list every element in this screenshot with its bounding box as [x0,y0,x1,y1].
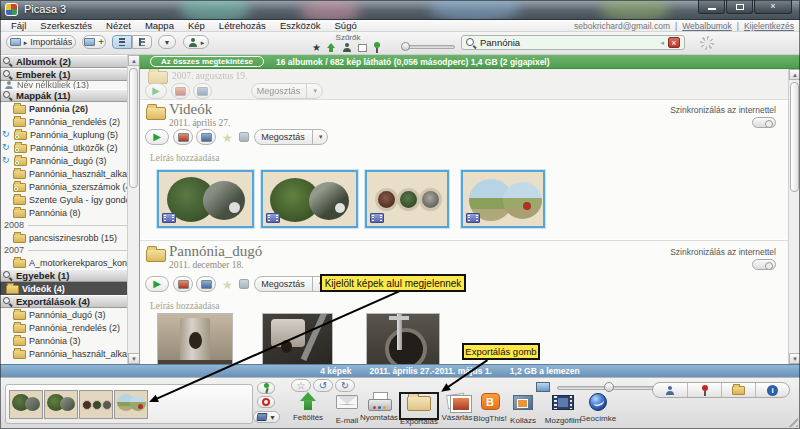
menu-file[interactable]: Fájl [4,20,33,31]
rotate-right-button[interactable]: ↻ [335,379,355,392]
sidebar-item-folder[interactable]: Pannónia_rendelés (2) [0,115,139,128]
filter-photos-icon[interactable] [358,44,367,52]
tags-panel-button[interactable] [721,383,755,397]
sidebar-scrollbar[interactable]: ▲ ▼ [127,55,139,364]
menu-tools[interactable]: Eszközök [273,20,328,31]
tag-button[interactable]: ▼ [253,411,280,423]
clear-search-button[interactable]: × [668,37,680,48]
video-thumbnail[interactable] [261,170,358,228]
video-thumbnail[interactable] [157,170,254,228]
photo-thumbnail[interactable] [262,313,333,364]
sidebar-item-folder[interactable]: Pannónia_rendelés (2) [0,321,139,334]
album-tool-button[interactable] [193,83,212,99]
sidebar-item-folder[interactable]: Pannónia_használt_alkatrésze... [0,167,139,180]
sidebar-item-folder[interactable]: Pannónia (8) [0,206,139,219]
share-button[interactable]: Megosztás▼ [254,129,328,145]
play-album-button[interactable]: ▶ [145,83,167,99]
geotag-button[interactable]: Geocímke [576,392,620,423]
sidebar-item-folder[interactable]: ↻Pannónia_dugó (3) [0,154,139,167]
properties-panel-button[interactable]: i [755,383,789,397]
tree-view-button[interactable] [132,35,152,49]
date-filter-slider[interactable] [403,45,455,49]
scroll-down-button[interactable]: ▼ [128,353,140,364]
places-panel-button[interactable] [687,383,721,397]
scroll-up-button[interactable]: ▲ [789,69,800,80]
zoom-slider-knob[interactable] [604,382,614,392]
share-button[interactable]: Megosztás▼ [254,276,328,292]
photo-tray[interactable] [5,384,253,424]
scrollbar-thumb[interactable] [790,82,799,192]
sidebar-header-exports[interactable]: Exportálások (4) [0,295,139,308]
content-scrollbar[interactable]: ▲ ▼ [788,69,800,364]
album-tool-button[interactable] [173,129,193,145]
star-photo-button[interactable]: ☆ [291,379,311,392]
photo-thumbnail[interactable] [366,313,440,364]
scrollbar-thumb[interactable] [129,68,138,188]
album-tool-button[interactable] [196,276,216,292]
star-icon[interactable]: ★ [222,132,233,144]
close-button[interactable]: × [754,0,792,14]
video-thumbnail[interactable] [461,170,545,228]
sidebar-item-folder[interactable]: pancsiszinesrobb (15) [0,231,139,244]
star-icon[interactable]: ★ [222,279,233,291]
sync-toggle[interactable] [752,117,776,128]
photo-thumbnail[interactable] [157,313,233,364]
sidebar-header-albums[interactable]: Albumok (2) [0,55,139,68]
add-description-field[interactable]: Leírás hozzáadása [150,153,219,163]
add-album-button[interactable]: + [82,35,106,49]
sidebar-item-folder[interactable]: ↻Pannónia_kuplung (5) [0,128,139,141]
resize-grip[interactable] [785,414,798,427]
scroll-up-button[interactable]: ▲ [128,55,140,66]
save-icon[interactable] [239,132,249,142]
sidebar-item-folder[interactable]: ↻Pannónia_ütközők (2) [0,141,139,154]
menu-help[interactable]: Súgó [328,20,364,31]
menu-picture[interactable]: Kép [181,20,212,31]
filter-starred-icon[interactable]: ★ [312,43,321,53]
album-title[interactable]: Videók [169,101,212,118]
view-all-button[interactable]: Az összes megtekintése [150,56,264,67]
menu-view[interactable]: Nézet [99,20,138,31]
tray-thumbnail[interactable] [44,390,78,419]
filter-geotag-icon[interactable] [373,42,381,53]
sidebar-item-videos-selected[interactable]: Videók (4) [0,282,139,295]
maximize-button[interactable] [726,0,753,14]
import-button[interactable]: ▸ Importálás [6,35,76,49]
album-tool-button[interactable] [171,83,190,99]
menu-folder[interactable]: Mappa [138,20,181,31]
filter-uploaded-icon[interactable] [327,43,336,52]
sidebar-item-folder[interactable]: Pannónia_szerszámok (4) [0,180,139,193]
sidebar-header-people[interactable]: Emberek (1) [0,68,139,81]
sidebar-item-folder[interactable]: A_motorkerekparos_konyve (... [0,256,139,269]
play-album-button[interactable]: ▶ [145,276,169,292]
sidebar-item-folder[interactable]: Pannónia (26) [0,102,139,115]
collage-button[interactable]: Kollázs [501,392,545,425]
logout-link[interactable]: Kijelentkezés [744,21,794,31]
upload-button[interactable]: Feltöltés [286,392,330,422]
sidebar-item-unnamed[interactable]: Név nélküliek (13) [0,81,139,89]
filter-faces-icon[interactable] [342,43,352,52]
tray-thumbnail[interactable] [114,390,148,419]
sidebar-header-folders[interactable]: Mappák (11) [0,89,139,102]
tray-thumbnail[interactable] [79,390,113,419]
sidebar-header-other[interactable]: Egyebek (1) [0,269,139,282]
sidebar-item-folder[interactable]: Pannónia_dugó (3) [0,308,139,321]
tray-thumbnail[interactable] [9,390,43,419]
clear-tray-button[interactable] [257,396,275,408]
scroll-down-button[interactable]: ▼ [789,353,800,364]
share-button[interactable]: Megosztás▼ [251,83,323,99]
album-title[interactable]: Pannónia_dugó [169,243,262,260]
search-input[interactable] [480,37,656,48]
flat-view-button[interactable] [112,35,132,49]
save-icon[interactable] [239,279,249,289]
menu-create[interactable]: Létrehozás [212,20,273,31]
sidebar-item-folder[interactable]: Szente Gyula - Így gondozd a... [0,193,139,206]
video-thumbnail[interactable] [365,170,449,228]
sidebar-item-folder[interactable]: Pannónia_használt_alkatrésze... [0,347,139,360]
album-tool-button[interactable] [196,129,216,145]
people-button[interactable]: ▸ [183,35,209,49]
hold-tray-button[interactable] [257,382,275,394]
print-button[interactable]: Nyomtatás [357,392,401,422]
menu-edit[interactable]: Szerkesztés [33,20,99,31]
collapse-search-icon[interactable]: ◂ [660,39,664,46]
sidebar-item-folder[interactable]: Pannónia (3) [0,334,139,347]
